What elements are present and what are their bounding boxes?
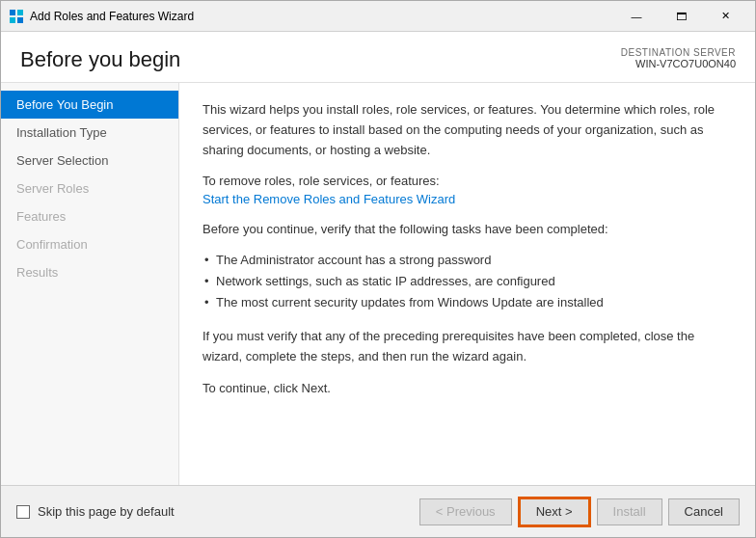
next-button[interactable]: Next > [518, 497, 591, 527]
sidebar-item-server-selection[interactable]: Server Selection [1, 147, 178, 175]
footer-buttons: < Previous Next > Install Cancel [419, 497, 740, 527]
verify-text: Before you continue, verify that the fol… [202, 220, 732, 240]
sidebar-item-results: Results [1, 258, 178, 286]
sidebar-item-features: Features [1, 202, 178, 230]
destination-server-info: DESTINATION SERVER WIN-V7CO7U0ON40 [621, 47, 736, 69]
destination-value: WIN-V7CO7U0ON40 [621, 58, 736, 69]
destination-label: DESTINATION SERVER [621, 47, 736, 58]
window-controls: — 🗖 ✕ [614, 1, 747, 32]
sidebar-item-confirmation: Confirmation [1, 230, 178, 258]
app-icon [9, 9, 24, 24]
remove-link[interactable]: Start the Remove Roles and Features Wiza… [202, 192, 455, 206]
title-bar: Add Roles and Features Wizard — 🗖 ✕ [1, 1, 755, 32]
page-title: Before you begin [20, 47, 180, 72]
checklist-item: Network settings, such as static IP addr… [202, 271, 732, 292]
svg-rect-2 [10, 17, 15, 23]
info-text: If you must verify that any of the prece… [202, 327, 732, 367]
svg-rect-3 [17, 17, 23, 23]
checklist-item: The Administrator account has a strong p… [202, 250, 732, 271]
content-area: Before You BeginInstallation TypeServer … [1, 83, 755, 485]
wizard-window: Add Roles and Features Wizard — 🗖 ✕ Befo… [0, 0, 756, 538]
sidebar-item-before-you-begin[interactable]: Before You Begin [1, 91, 178, 119]
footer-left: Skip this page by default [16, 504, 175, 519]
cancel-button[interactable]: Cancel [668, 498, 740, 525]
remove-section: To remove roles, role services, or featu… [202, 174, 732, 206]
window-title: Add Roles and Features Wizard [30, 10, 614, 23]
footer: Skip this page by default < Previous Nex… [1, 485, 755, 537]
skip-label: Skip this page by default [38, 504, 175, 519]
install-button[interactable]: Install [597, 498, 662, 525]
minimize-button[interactable]: — [614, 1, 659, 32]
close-button[interactable]: ✕ [703, 1, 747, 32]
previous-button[interactable]: < Previous [419, 498, 512, 525]
sidebar-item-installation-type[interactable]: Installation Type [1, 119, 178, 147]
svg-rect-1 [17, 10, 23, 15]
checklist-item: The most current security updates from W… [202, 292, 732, 313]
intro-text: This wizard helps you install roles, rol… [202, 100, 732, 160]
page-header: Before you begin DESTINATION SERVER WIN-… [1, 32, 755, 83]
maximize-button[interactable]: 🗖 [659, 1, 703, 32]
sidebar-item-server-roles: Server Roles [1, 175, 178, 202]
checklist: The Administrator account has a strong p… [202, 250, 732, 313]
svg-rect-0 [10, 10, 15, 15]
skip-checkbox[interactable] [16, 505, 30, 519]
sidebar: Before You BeginInstallation TypeServer … [1, 83, 179, 485]
remove-label: To remove roles, role services, or featu… [202, 174, 732, 188]
continue-text: To continue, click Next. [202, 381, 732, 395]
main-content: This wizard helps you install roles, rol… [179, 83, 755, 485]
